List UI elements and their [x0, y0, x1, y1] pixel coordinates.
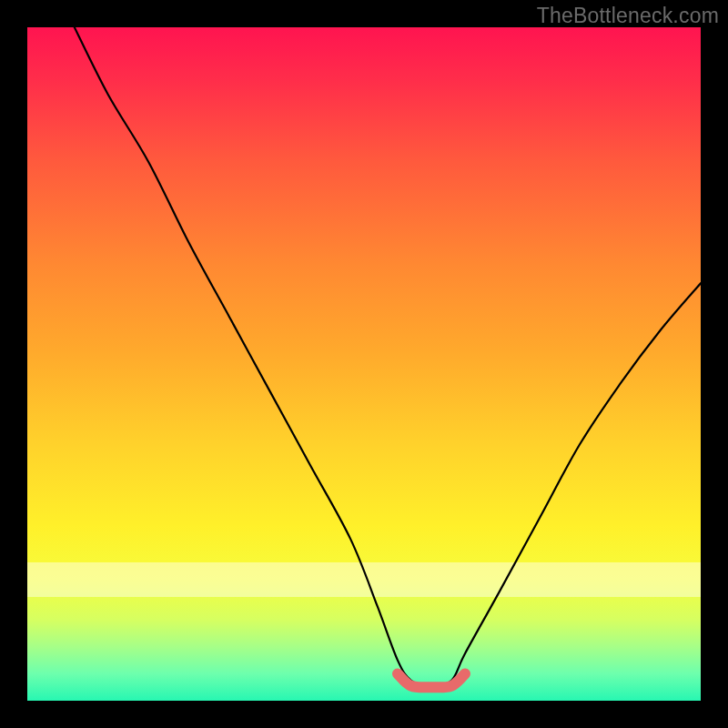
plot-area	[27, 27, 701, 701]
main-curve-path	[75, 27, 701, 687]
curve-svg	[27, 27, 701, 701]
chart-frame: TheBottleneck.com	[0, 0, 728, 728]
watermark-text: TheBottleneck.com	[537, 4, 719, 28]
